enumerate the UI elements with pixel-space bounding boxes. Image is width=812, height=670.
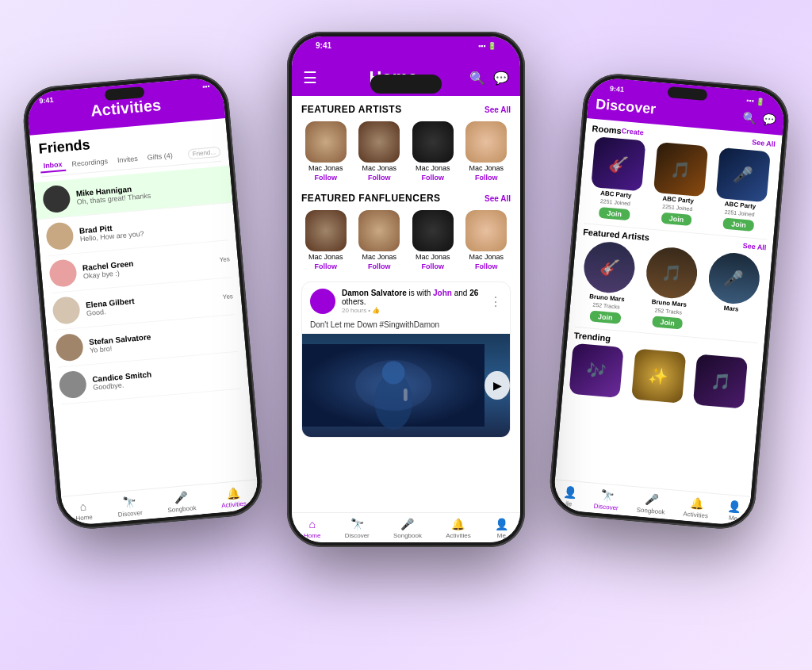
artist-right-thumb-3: 🎤 [707, 251, 761, 305]
fan-follow-1[interactable]: Follow [315, 262, 338, 270]
nav-profile-right[interactable]: 👤 ile [561, 485, 576, 507]
mic-icon-left: 🎤 [174, 491, 188, 504]
avatar-candice [58, 370, 87, 400]
nav-activities-right[interactable]: 🔔 Activities [683, 496, 710, 520]
mic-icon-center: 🎤 [400, 518, 414, 530]
nav-profile-label-right: ile [565, 500, 573, 508]
nav-songbook-right[interactable]: 🎤 Songbook [636, 492, 666, 515]
artist-right-thumb-2: 🎵 [644, 245, 699, 300]
home-screen: 9:41 ▪▪▪ 🔋 ☰ Home 🔍 💬 FEATURED ARTI [292, 36, 520, 542]
nav-songbook-left[interactable]: 🎤 Songbook [167, 490, 197, 514]
nav-discover-label-right: Discover [593, 503, 619, 512]
menu-icon[interactable]: ☰ [303, 68, 317, 87]
time-center: 9:41 [316, 41, 331, 50]
fan-name-4: Mac Jonas [469, 253, 504, 261]
room-card-2: 🎵 ABC Party 2251 Joined Join [646, 142, 712, 228]
see-all-rooms[interactable]: See All [752, 138, 776, 148]
fan-avatar-4 [465, 210, 507, 251]
artist-name-2: Mac Jonas [362, 164, 396, 172]
room-thumb-icon-3: 🎤 [715, 147, 770, 202]
person-icon-right: 👤 [562, 485, 576, 499]
avatar-rachel [48, 258, 78, 288]
signal-right: ▪▪▪ 🔋 [746, 97, 765, 106]
chat-icon-home[interactable]: 💬 [493, 71, 509, 86]
artist-right-1: 🎸 Bruno Mars 252 Tracks Join [575, 239, 641, 325]
join-artist-2[interactable]: Join [652, 316, 684, 329]
nav-home-label-left: Home [75, 514, 93, 523]
fan-follow-3[interactable]: Follow [422, 262, 445, 270]
fan-avatar-3 [412, 210, 454, 251]
post-user: Damon Salvatore [342, 289, 407, 297]
friends-section: Friends Inbox Recordings Invites Gifts (… [29, 118, 257, 496]
tab-recordings[interactable]: Recordings [68, 155, 112, 170]
fan-follow-2[interactable]: Follow [368, 262, 391, 270]
artist-follow-3[interactable]: Follow [422, 174, 445, 182]
post-menu-icon[interactable]: ⋮ [489, 294, 502, 309]
reply-rachel: Yes [219, 255, 230, 263]
post-text: Don't Let me Down #SingwithDamon [302, 320, 510, 334]
featured-artists-header: FEATURED ARTISTS See All [301, 104, 511, 115]
friends-search[interactable]: Friend... [187, 146, 220, 159]
nav-discover-center[interactable]: 🔭 Discover [345, 518, 370, 539]
artist-avatar-1 [305, 121, 347, 163]
avatar-stefan [55, 333, 84, 362]
artist-follow-1[interactable]: Follow [315, 174, 338, 182]
trending-card-3: 🎵 [693, 354, 748, 408]
join-artist-1[interactable]: Join [589, 310, 621, 324]
reply-elena: Yes [222, 293, 233, 301]
create-link[interactable]: Create [621, 127, 644, 136]
nav-home-center[interactable]: ⌂ Home [304, 518, 320, 539]
tab-gifts[interactable]: Gifts (4) [144, 150, 176, 163]
room-joined-1: 2251 Joined [600, 198, 631, 206]
nav-home-left[interactable]: ⌂ Home [75, 500, 94, 523]
activities-screen: 9:41 ▪▪▪ Activities Friends Inbox Record… [26, 76, 260, 526]
nav-me-right[interactable]: 👤 Me [726, 500, 741, 522]
post-card: Damon Salvatore is with John and 26 othe… [301, 281, 511, 438]
post-avatar [310, 289, 335, 314]
phone-center-screen: 9:41 ▪▪▪ 🔋 ☰ Home 🔍 💬 FEATURED ARTI [292, 36, 520, 542]
nav-discover-right[interactable]: 🔭 Discover [593, 488, 619, 512]
join-btn-3[interactable]: Join [723, 218, 755, 232]
room-thumb-3: 🎤 [715, 147, 770, 202]
bell-icon-left: 🔔 [226, 486, 240, 500]
chat-icon-discover[interactable]: 💬 [762, 113, 776, 126]
fan-follow-4[interactable]: Follow [475, 262, 498, 270]
join-btn-2[interactable]: Join [661, 212, 692, 226]
nav-songbook-label-center: Songbook [393, 532, 422, 539]
play-button[interactable]: ▶ [485, 371, 510, 400]
phone-right-screen: 9:41 ▪▪▪ 🔋 Discover 🔍 💬 [553, 76, 787, 526]
home-scroll: FEATURED ARTISTS See All Mac Jonas Follo… [292, 96, 520, 512]
featured-artists-see-all[interactable]: See All [485, 105, 511, 114]
artist-card-3: Mac Jonas Follow [408, 121, 458, 182]
phone-center: 9:41 ▪▪▪ 🔋 ☰ Home 🔍 💬 FEATURED ARTI [287, 32, 525, 547]
nav-discover-label-left: Discover [117, 509, 143, 519]
see-all-artists-right[interactable]: See All [742, 242, 766, 252]
bottom-nav-center: ⌂ Home 🔭 Discover 🎤 Songbook 🔔 Activitie… [292, 512, 520, 542]
trending-card-2: ✨ [631, 349, 686, 404]
signal-icons-left: ▪▪▪ [202, 82, 210, 91]
search-icon-home[interactable]: 🔍 [469, 71, 485, 86]
nav-activities-center[interactable]: 🔔 Activities [446, 518, 471, 539]
trending-label: Trending [573, 331, 611, 343]
search-icon-discover[interactable]: 🔍 [742, 111, 756, 124]
nav-songbook-center[interactable]: 🎤 Songbook [393, 518, 422, 539]
fanfluencers-see-all[interactable]: See All [485, 194, 511, 203]
artist-name-1: Mac Jonas [308, 164, 343, 172]
join-btn-1[interactable]: Join [599, 207, 630, 220]
nav-me-center[interactable]: 👤 Me [495, 518, 508, 539]
nav-activities-left[interactable]: 🔔 Activities [220, 486, 247, 510]
room-joined-3: 2251 Joined [724, 209, 755, 217]
signal-center: ▪▪▪ 🔋 [478, 42, 496, 50]
nav-home-label-center: Home [304, 532, 320, 539]
tab-inbox[interactable]: Inbox [40, 159, 66, 174]
friend-info-mike: Mike Hannigan Oh, thats great! Thanks [75, 176, 224, 205]
phone-left-screen: 9:41 ▪▪▪ Activities Friends Inbox Record… [26, 76, 260, 526]
tab-invites[interactable]: Invites [113, 153, 141, 167]
artist-right-tracks-1: 252 Tracks [592, 302, 620, 310]
nav-discover-left[interactable]: 🔭 Discover [117, 495, 143, 519]
artist-right-2: 🎵 Bruno Mars 252 Tracks Join [638, 245, 703, 331]
artist-right-icon-3: 🎤 [707, 251, 761, 305]
artist-name-3: Mac Jonas [416, 164, 450, 172]
artist-follow-4[interactable]: Follow [475, 174, 498, 182]
artist-follow-2[interactable]: Follow [368, 174, 391, 182]
